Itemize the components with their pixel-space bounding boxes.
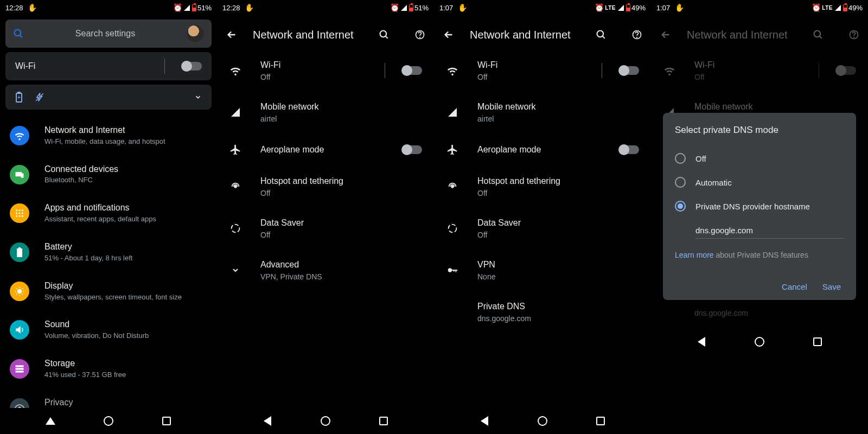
lte-label: LTE [822, 5, 833, 11]
data-saver-icon [446, 222, 459, 235]
item-data-saver[interactable]: Data SaverOff [434, 208, 651, 250]
help-icon[interactable] [631, 29, 642, 40]
nav-home-button[interactable] [103, 416, 114, 426]
chevron-down-icon [229, 264, 242, 277]
item-advanced[interactable]: AdvancedVPN, Private DNS [217, 250, 434, 291]
signal-icon [401, 5, 407, 11]
svg-rect-7 [21, 173, 24, 177]
nav-home-button[interactable] [537, 416, 548, 426]
svg-line-25 [386, 36, 388, 39]
status-bar: 12:28 ✋ ⏰ 51% [0, 0, 217, 15]
screen-network-collapsed: 12:28✋ ⏰51% Network and Internet Wi-FiOf… [217, 0, 434, 434]
item-storage[interactable]: Storage41% used - 37.51 GB free [0, 349, 217, 388]
wifi-toggle[interactable] [182, 62, 202, 71]
search-settings[interactable]: Search settings [5, 20, 212, 48]
nav-back-button[interactable] [479, 416, 490, 426]
svg-rect-17 [17, 248, 22, 257]
item-hotspot[interactable]: Hotspot and tetheringOff [434, 166, 651, 208]
svg-point-14 [16, 215, 17, 217]
svg-rect-18 [18, 247, 21, 248]
svg-point-16 [22, 215, 23, 217]
nav-home-button[interactable] [320, 416, 331, 426]
item-privacy[interactable]: PrivacyPermissions, account activity, pe… [0, 388, 217, 408]
item-aeroplane-mode[interactable]: Aeroplane mode [434, 133, 651, 166]
item-wifi[interactable]: Wi-FiOff [434, 50, 651, 92]
help-icon[interactable] [414, 29, 425, 40]
chevron-down-icon[interactable] [194, 93, 202, 101]
touch-icon: ✋ [458, 4, 466, 11]
svg-rect-22 [16, 371, 24, 372]
item-aeroplane-mode[interactable]: Aeroplane mode [217, 133, 434, 166]
signal-icon [835, 5, 841, 11]
svg-rect-3 [18, 92, 20, 93]
item-battery[interactable]: Battery51% - About 1 day, 8 hrs left [0, 233, 217, 272]
item-network-internet[interactable]: Network and InternetWi-Fi, mobile, data … [0, 116, 217, 155]
nav-back-button[interactable] [696, 336, 707, 347]
signal-icon [184, 5, 190, 11]
item-data-saver[interactable]: Data SaverOff [217, 208, 434, 250]
nav-up-button[interactable] [45, 416, 56, 426]
data-saver-icon [229, 222, 242, 235]
item-display[interactable]: DisplayStyles, wallpapers, screen timeou… [0, 272, 217, 311]
svg-rect-6 [16, 172, 22, 176]
svg-point-15 [19, 215, 21, 217]
svg-point-27 [420, 37, 420, 38]
item-mobile-network[interactable]: Mobile networkairtel [434, 92, 651, 133]
save-button[interactable]: Save [822, 282, 841, 291]
svg-point-9 [19, 209, 21, 211]
wifi-toggle[interactable] [403, 66, 422, 75]
radio-automatic[interactable]: Automatic [675, 170, 844, 194]
item-sound[interactable]: SoundVolume, vibration, Do Not Disturb [0, 310, 217, 349]
item-connected-devices[interactable]: Connected devicesBluetooth, NFC [0, 155, 217, 194]
status-time: 12:28 [5, 4, 23, 12]
svg-rect-37 [451, 270, 457, 271]
touch-icon: ✋ [675, 4, 683, 11]
item-hotspot[interactable]: Hotspot and tetheringOff [217, 166, 434, 208]
nav-recent-button[interactable] [161, 416, 172, 426]
nav-home-button[interactable] [754, 336, 765, 347]
svg-point-8 [16, 209, 17, 211]
signal-icon [446, 106, 459, 119]
svg-rect-38 [456, 270, 457, 273]
item-vpn[interactable]: VPNNone [434, 250, 651, 291]
svg-point-24 [380, 31, 387, 37]
airplane-icon [446, 143, 459, 156]
airplane-toggle[interactable] [403, 145, 422, 154]
svg-point-34 [451, 186, 454, 188]
svg-line-41 [820, 36, 822, 39]
nav-recent-button[interactable] [378, 416, 389, 426]
radio-hostname[interactable]: Private DNS provider hostname [675, 194, 844, 218]
search-icon[interactable] [379, 29, 390, 40]
alarm-icon: ⏰ [174, 4, 182, 11]
item-apps-notifications[interactable]: Apps and notificationsAssistant, recent … [0, 194, 217, 233]
status-bar: 1:07✋ ⏰LTE49% [651, 0, 868, 15]
item-private-dns[interactable]: Private DNSdns.google.com [434, 291, 651, 333]
search-icon [813, 29, 824, 40]
learn-more-link[interactable]: Learn more [675, 251, 714, 259]
nav-back-button[interactable] [262, 416, 273, 426]
back-button[interactable] [443, 29, 455, 41]
profile-avatar[interactable] [187, 25, 204, 42]
alarm-icon: ⏰ [812, 4, 820, 11]
search-icon[interactable] [596, 29, 607, 40]
radio-off[interactable]: Off [675, 146, 844, 170]
wifi-quick-card[interactable]: Wi-Fi [5, 52, 212, 80]
touch-icon: ✋ [29, 4, 36, 11]
nav-recent-button[interactable] [595, 416, 606, 426]
svg-point-0 [15, 30, 21, 36]
quick-chips-row[interactable]: + [5, 85, 212, 110]
display-icon [10, 282, 29, 301]
wifi-toggle[interactable] [620, 66, 639, 75]
svg-point-43 [854, 37, 854, 38]
signal-icon [229, 106, 242, 119]
item-mobile-network[interactable]: Mobile networkairtel [217, 92, 434, 133]
airplane-icon [229, 143, 242, 156]
back-button [660, 29, 672, 41]
cancel-button[interactable]: Cancel [782, 282, 807, 291]
nav-recent-button[interactable] [812, 336, 823, 347]
back-button[interactable] [226, 29, 238, 41]
airplane-toggle[interactable] [620, 145, 639, 154]
dns-hostname-input[interactable] [695, 222, 844, 239]
screen-settings-home: 12:28 ✋ ⏰ 51% Search settings Wi-Fi [0, 0, 217, 434]
item-wifi[interactable]: Wi-FiOff [217, 50, 434, 92]
